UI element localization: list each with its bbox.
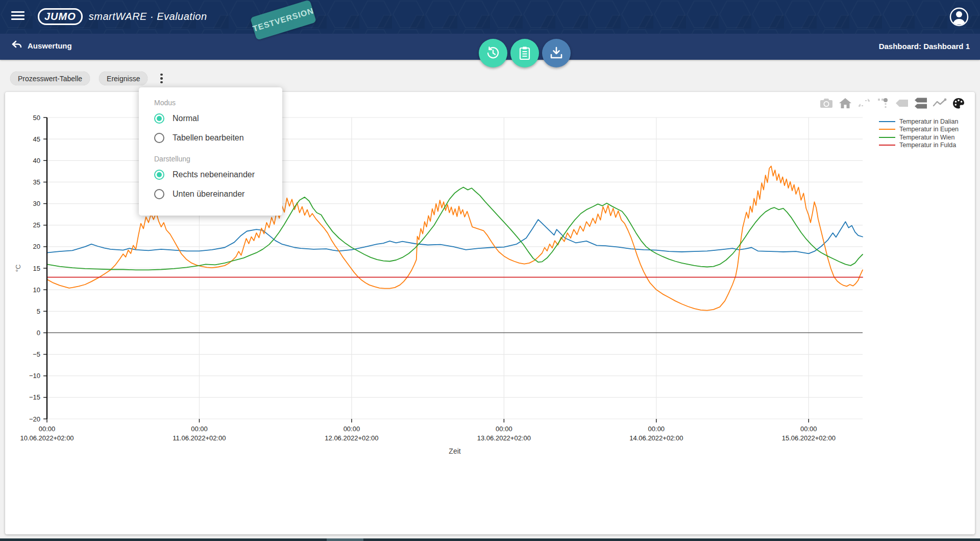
palette-icon[interactable] [951, 97, 966, 109]
user-avatar-icon[interactable] [949, 7, 969, 27]
download-button[interactable] [542, 39, 571, 67]
menu-section-darstellung: Darstellung [154, 155, 282, 163]
chart-modebar [819, 97, 966, 109]
download-icon [549, 46, 564, 60]
radio-icon [154, 133, 164, 143]
radio-unten-uebereinander[interactable]: Unten übereinander [154, 184, 282, 204]
tab-chip-row: Prozesswert-Tabelle Ereignisse [10, 72, 166, 85]
menu-section-modus: Modus [154, 99, 282, 107]
legend-line-swatch [879, 145, 895, 146]
legend-label: Temperatur in Dalian [899, 118, 958, 125]
clipboard-icon [518, 46, 531, 60]
svg-text:5: 5 [37, 308, 40, 315]
svg-text:00:00: 00:00 [39, 425, 56, 433]
svg-text:°C: °C [14, 265, 22, 272]
legend-item[interactable]: Temperatur in Wien [879, 133, 959, 142]
svg-text:00:00: 00:00 [496, 425, 512, 433]
label-single-icon[interactable] [895, 97, 909, 109]
page-title: Auswertung [28, 41, 72, 50]
svg-text:00:00: 00:00 [800, 425, 817, 433]
legend-line-swatch [879, 129, 895, 130]
more-options-kebab-icon[interactable] [157, 72, 166, 85]
label-compare-icon[interactable] [914, 97, 928, 109]
legend-line-swatch [879, 121, 895, 122]
svg-text:35: 35 [33, 178, 40, 186]
legend-label: Temperatur in Fulda [899, 142, 956, 149]
svg-text:30: 30 [33, 200, 40, 207]
legend-line-swatch [879, 137, 895, 138]
svg-text:40: 40 [33, 157, 40, 164]
svg-text:−10: −10 [29, 372, 40, 380]
camera-icon[interactable] [819, 97, 834, 109]
action-button-row [479, 39, 571, 67]
svg-text:00:00: 00:00 [344, 425, 360, 433]
svg-text:−20: −20 [29, 415, 40, 423]
legend-label: Temperatur in Eupen [899, 126, 959, 133]
svg-text:00:00: 00:00 [191, 425, 208, 433]
back-button[interactable]: Auswertung [11, 40, 72, 51]
legend-item[interactable]: Temperatur in Eupen [879, 126, 959, 134]
svg-text:0: 0 [37, 329, 40, 337]
hamburger-menu-icon[interactable] [11, 11, 24, 22]
radio-icon [154, 170, 164, 180]
line-chart-icon[interactable] [933, 97, 947, 109]
jumo-logo: JUMO [38, 8, 83, 25]
svg-text:00:00: 00:00 [648, 425, 665, 433]
svg-text:45: 45 [33, 135, 40, 143]
report-button[interactable] [510, 39, 539, 67]
svg-text:50: 50 [33, 114, 40, 122]
hover-points-icon[interactable] [876, 97, 890, 109]
product-title: smartWARE · Evaluation [89, 11, 207, 22]
svg-text:20: 20 [33, 243, 40, 250]
home-icon[interactable] [838, 97, 852, 109]
radio-tabellen-bearbeiten[interactable]: Tabellen bearbeiten [154, 128, 282, 148]
legend-item[interactable]: Temperatur in Dalian [879, 117, 959, 126]
horizontal-scrollbar[interactable] [0, 538, 980, 541]
svg-text:10: 10 [33, 286, 40, 294]
svg-text:25: 25 [33, 221, 40, 229]
scrollbar-thumb[interactable] [327, 538, 363, 541]
radio-icon [154, 113, 164, 124]
svg-text:−5: −5 [33, 350, 40, 358]
legend-label: Temperatur in Wien [899, 134, 954, 141]
app-header: JUMO smartWARE · Evaluation TESTVERSION [0, 0, 980, 34]
svg-text:15: 15 [33, 265, 40, 272]
chart-legend: Temperatur in DalianTemperatur in EupenT… [879, 117, 959, 149]
pan-x-arrows-icon[interactable] [857, 97, 871, 109]
legend-item[interactable]: Temperatur in Fulda [879, 142, 959, 150]
history-button[interactable] [479, 39, 507, 67]
svg-text:Zeit: Zeit [449, 447, 460, 455]
radio-icon [154, 189, 164, 199]
options-menu-popup: Modus Normal Tabellen bearbeiten Darstel… [139, 87, 282, 216]
radio-rechts-nebeneinander[interactable]: Rechts nebeneinander [154, 165, 282, 184]
svg-text:15.06.2022+02:00: 15.06.2022+02:00 [782, 434, 836, 442]
tab-prozesswert-tabelle[interactable]: Prozesswert-Tabelle [10, 72, 90, 85]
tab-ereignisse[interactable]: Ereignisse [99, 72, 148, 85]
undo-arrow-icon [11, 40, 22, 51]
radio-normal[interactable]: Normal [154, 109, 282, 128]
history-icon [486, 46, 500, 60]
svg-text:10.06.2022+02:00: 10.06.2022+02:00 [20, 434, 74, 442]
svg-text:13.06.2022+02:00: 13.06.2022+02:00 [477, 434, 531, 442]
svg-text:12.06.2022+02:00: 12.06.2022+02:00 [325, 434, 378, 442]
svg-text:−15: −15 [29, 393, 40, 401]
dashboard-label: Dashboard: Dashboard 1 [879, 42, 970, 51]
svg-text:14.06.2022+02:00: 14.06.2022+02:00 [629, 434, 683, 442]
svg-text:11.06.2022+02:00: 11.06.2022+02:00 [173, 434, 226, 442]
